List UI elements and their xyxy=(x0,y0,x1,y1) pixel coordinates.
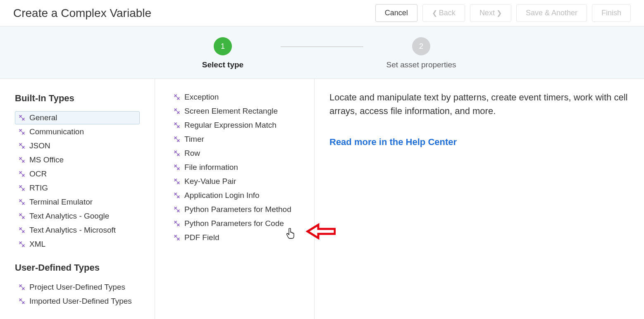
complex-type-icon xyxy=(18,283,26,291)
type-list-item[interactable]: Screen Element Rectangle xyxy=(170,105,299,118)
type-list-item[interactable]: Python Parameters for Method xyxy=(170,203,299,216)
complex-type-icon xyxy=(18,184,26,192)
complex-type-icon xyxy=(18,212,26,220)
user-types-list: Project User-Defined TypesImported User-… xyxy=(15,281,140,308)
item-label: Key-Value Pair xyxy=(184,177,236,186)
complex-type-icon xyxy=(173,205,181,214)
help-center-link[interactable]: Read more in the Help Center xyxy=(329,137,457,148)
item-label: MS Office xyxy=(29,155,64,164)
builtin-list-item[interactable]: OCR xyxy=(15,167,140,181)
chevron-right-icon: ❯ xyxy=(496,10,502,17)
complex-type-icon xyxy=(18,128,26,136)
step-2[interactable]: 2 Set asset properties xyxy=(363,37,479,69)
complex-type-icon xyxy=(173,177,181,186)
builtin-list-item[interactable]: Text Analytics - Microsoft xyxy=(15,224,140,237)
complex-type-icon xyxy=(173,163,181,171)
category-column: Built-In Types GeneralCommunicationJSONM… xyxy=(0,79,155,319)
item-label: XML xyxy=(29,240,45,249)
complex-type-icon xyxy=(18,297,26,305)
item-label: Screen Element Rectangle xyxy=(184,107,278,116)
builtin-list-item[interactable]: MS Office xyxy=(15,153,140,167)
complex-type-icon xyxy=(18,114,26,122)
category-description: Locate and manipulate text by patterns, … xyxy=(329,90,629,118)
item-label: RTIG xyxy=(29,183,48,193)
type-list-item[interactable]: PDF Field xyxy=(170,231,299,244)
item-label: Timer xyxy=(184,135,204,144)
step-2-circle: 2 xyxy=(412,37,430,55)
wizard-body: Built-In Types GeneralCommunicationJSONM… xyxy=(0,79,644,319)
user-list-item[interactable]: Imported User-Defined Types xyxy=(15,295,140,308)
finish-button[interactable]: Finish xyxy=(592,4,631,22)
type-list-column: ExceptionScreen Element RectangleRegular… xyxy=(155,79,314,319)
builtin-list-item[interactable]: General xyxy=(15,111,140,124)
type-list-item[interactable]: Python Parameters for Code xyxy=(170,217,299,230)
builtin-list-item[interactable]: XML xyxy=(15,238,140,251)
item-label: File information xyxy=(184,163,238,172)
builtin-types-list: GeneralCommunicationJSONMS OfficeOCRRTIG… xyxy=(15,111,140,251)
type-list-item[interactable]: File information xyxy=(170,161,299,174)
builtin-list-item[interactable]: RTIG xyxy=(15,181,140,195)
item-label: Imported User-Defined Types xyxy=(29,297,132,306)
item-label: Row xyxy=(184,149,200,158)
complex-type-icon xyxy=(18,142,26,150)
item-label: Communication xyxy=(29,127,84,136)
builtin-list-item[interactable]: JSON xyxy=(15,139,140,152)
complex-type-icon xyxy=(173,149,181,157)
modal-header: Create a Complex Variable Cancel ❮ Back … xyxy=(0,0,644,26)
user-list-item[interactable]: Project User-Defined Types xyxy=(15,281,140,294)
step-connector xyxy=(281,46,363,47)
complex-type-icon xyxy=(18,170,26,178)
complex-type-icon xyxy=(18,226,26,234)
builtin-list-item[interactable]: Text Analytics - Google xyxy=(15,209,140,223)
type-list-item[interactable]: Timer xyxy=(170,133,299,146)
type-list-item[interactable]: Row xyxy=(170,147,299,160)
complex-type-icon xyxy=(173,107,181,115)
builtin-list-item[interactable]: Terminal Emulator xyxy=(15,195,140,209)
back-button[interactable]: ❮ Back xyxy=(422,4,465,22)
item-label: Terminal Emulator xyxy=(29,198,93,207)
item-label: Python Parameters for Method xyxy=(184,205,291,214)
wizard-stepper: 1 Select type 2 Set asset properties xyxy=(0,26,644,79)
modal-title: Create a Complex Variable xyxy=(13,7,151,20)
complex-type-icon xyxy=(173,93,181,101)
item-label: Python Parameters for Code xyxy=(184,219,284,228)
complex-type-icon xyxy=(173,219,181,228)
item-label: Exception xyxy=(184,93,219,102)
back-label: Back xyxy=(439,9,456,17)
step-1-circle: 1 xyxy=(214,37,232,55)
item-label: Application Login Info xyxy=(184,191,260,200)
step-1[interactable]: 1 Select type xyxy=(165,37,281,69)
item-label: OCR xyxy=(29,169,47,179)
builtin-list-item[interactable]: Communication xyxy=(15,125,140,138)
item-label: PDF Field xyxy=(184,233,219,242)
complex-type-icon xyxy=(18,240,26,248)
type-list-item[interactable]: Key-Value Pair xyxy=(170,175,299,188)
item-label: Project User-Defined Types xyxy=(29,283,125,292)
complex-type-icon xyxy=(173,191,181,200)
item-label: Regular Expression Match xyxy=(184,121,277,130)
complex-type-icon xyxy=(173,233,181,242)
complex-type-icon xyxy=(173,121,181,129)
complex-type-icon xyxy=(173,135,181,143)
save-another-button[interactable]: Save & Another xyxy=(516,4,587,22)
item-label: Text Analytics - Microsoft xyxy=(29,226,116,235)
user-types-heading: User-Defined Types xyxy=(15,262,140,273)
step-2-label: Set asset properties xyxy=(386,60,456,69)
complex-type-icon xyxy=(18,156,26,164)
complex-type-icon xyxy=(18,198,26,206)
step-1-label: Select type xyxy=(202,60,243,69)
next-label: Next xyxy=(479,9,495,17)
item-label: General xyxy=(29,113,57,122)
type-list-item[interactable]: Regular Expression Match xyxy=(170,119,299,132)
type-list-item[interactable]: Exception xyxy=(170,90,299,104)
item-label: JSON xyxy=(29,141,50,150)
cancel-button[interactable]: Cancel xyxy=(375,4,417,22)
type-list-item[interactable]: Application Login Info xyxy=(170,189,299,202)
type-list: ExceptionScreen Element RectangleRegular… xyxy=(170,90,299,244)
builtin-types-heading: Built-In Types xyxy=(15,93,140,104)
header-actions: Cancel ❮ Back Next ❯ Save & Another Fini… xyxy=(375,4,631,22)
next-button[interactable]: Next ❯ xyxy=(470,4,511,22)
chevron-left-icon: ❮ xyxy=(432,10,437,17)
item-label: Text Analytics - Google xyxy=(29,212,109,221)
description-column: Locate and manipulate text by patterns, … xyxy=(314,79,644,319)
